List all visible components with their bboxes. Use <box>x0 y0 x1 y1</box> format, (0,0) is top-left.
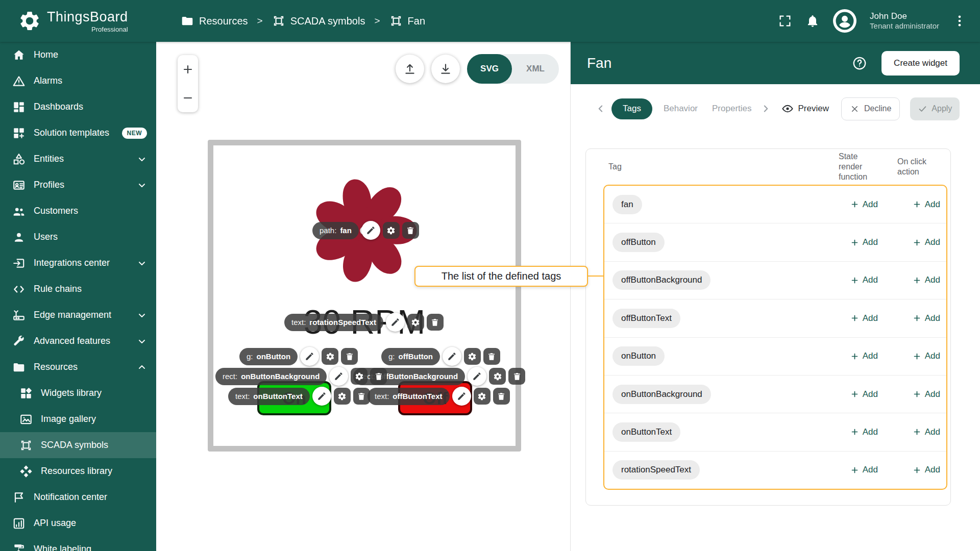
sidebar-item-entities[interactable]: Entities <box>0 146 156 172</box>
edit-tag-button[interactable] <box>361 221 380 240</box>
delete-tag-button[interactable] <box>508 368 525 385</box>
edit-tag-button[interactable] <box>443 347 461 366</box>
add-on-click-action-button[interactable]: Add <box>913 313 940 323</box>
user-info[interactable]: John Doe Tenant administrator <box>870 11 939 31</box>
upload-button[interactable] <box>396 55 424 83</box>
add-state-render-function-button[interactable]: Add <box>850 313 878 323</box>
add-on-click-action-button[interactable]: Add <box>913 237 940 247</box>
pencil-icon <box>366 226 376 235</box>
delete-tag-button[interactable] <box>402 222 419 239</box>
sidebar-item-resources[interactable]: Resources <box>0 354 156 380</box>
breadcrumb-item-scada-symbols[interactable]: SCADA symbols <box>272 14 365 28</box>
chevron-left-icon[interactable] <box>594 102 607 115</box>
add-state-render-function-button[interactable]: Add <box>850 427 878 437</box>
fullscreen-icon[interactable] <box>778 14 792 28</box>
chevron-right-icon[interactable] <box>759 102 772 115</box>
sidebar-item-image-gallery[interactable]: Image gallery <box>0 406 156 432</box>
edit-tag-button[interactable] <box>329 367 348 386</box>
preview-button[interactable]: Preview <box>781 103 829 115</box>
sidebar-item-solution-templates[interactable]: Solution templatesNEW <box>0 120 156 146</box>
svg-toggle-option[interactable]: SVG <box>467 54 512 84</box>
tag-settings-button[interactable] <box>464 348 481 365</box>
tag-settings-button[interactable] <box>489 368 506 385</box>
tab-behavior[interactable]: Behavior <box>656 104 705 114</box>
help-icon[interactable] <box>852 56 867 71</box>
add-on-click-action-button[interactable]: Add <box>913 465 940 475</box>
add-state-render-function-button[interactable]: Add <box>850 199 878 210</box>
create-widget-button[interactable]: Create widget <box>881 51 960 76</box>
download-icon <box>439 62 452 76</box>
kebab-menu-icon[interactable] <box>952 14 967 28</box>
add-state-render-function-button[interactable]: Add <box>850 237 878 247</box>
sidebar-item-customers[interactable]: Customers <box>0 198 156 224</box>
sidebar-item-widgets-library[interactable]: Widgets library <box>0 380 156 406</box>
sidebar-item-integrations-center[interactable]: Integrations center <box>0 250 156 276</box>
sidebar-item-users[interactable]: Users <box>0 224 156 250</box>
trash-icon <box>406 226 415 235</box>
app-logo[interactable]: ThingsBoard Professional <box>0 9 156 33</box>
sidebar-item-api-usage[interactable]: API usage <box>0 510 156 536</box>
profiles-icon <box>12 179 26 192</box>
add-label: Add <box>925 465 940 475</box>
trash-icon <box>374 372 383 381</box>
gear-icon <box>337 392 347 401</box>
download-button[interactable] <box>431 55 460 83</box>
sidebar-item-alarms[interactable]: Alarms <box>0 68 156 94</box>
sidebar-item-advanced-features[interactable]: Advanced features <box>0 328 156 354</box>
sidebar-item-resources-library[interactable]: Resources library <box>0 458 156 484</box>
add-on-click-action-button[interactable]: Add <box>913 275 940 285</box>
add-state-render-function-button[interactable]: Add <box>850 465 878 475</box>
panel-toolbar: Tags Behavior Properties Preview Decline… <box>571 90 980 127</box>
xml-toggle-option[interactable]: XML <box>512 64 559 74</box>
sidebar-item-profiles[interactable]: Profiles <box>0 172 156 198</box>
breadcrumb-item-resources[interactable]: Resources <box>181 14 248 28</box>
breadcrumb-item-fan[interactable]: Fan <box>389 14 425 28</box>
sidebar-item-edge-management[interactable]: Edge management <box>0 302 156 328</box>
add-on-click-action-button[interactable]: Add <box>913 351 940 361</box>
delete-tag-button[interactable] <box>427 314 444 331</box>
tag-settings-button[interactable] <box>334 388 351 405</box>
tab-properties[interactable]: Properties <box>705 104 758 114</box>
top-header: ThingsBoard Professional Resources>SCADA… <box>0 0 980 42</box>
delete-tag-button[interactable] <box>353 388 370 405</box>
tag-settings-button[interactable] <box>383 222 400 239</box>
element-tag-overlay-offbuttontext: text:offButtonText <box>368 387 510 406</box>
delete-tag-button[interactable] <box>493 388 510 405</box>
avatar[interactable] <box>833 9 856 33</box>
add-state-render-function-button[interactable]: Add <box>850 351 878 361</box>
edit-tag-button[interactable] <box>468 367 486 386</box>
notifications-bell-icon[interactable] <box>805 14 820 28</box>
tab-tags[interactable]: Tags <box>611 98 652 119</box>
tag-settings-button[interactable] <box>351 368 368 385</box>
delete-tag-button[interactable] <box>483 348 500 365</box>
add-on-click-action-button[interactable]: Add <box>913 199 940 210</box>
sidebar-item-white-labeling[interactable]: White labeling <box>0 536 156 551</box>
sidebar-item-home[interactable]: Home <box>0 42 156 68</box>
edit-tag-button[interactable] <box>300 347 319 366</box>
add-on-click-action-button[interactable]: Add <box>913 427 940 437</box>
tag-settings-button[interactable] <box>474 388 491 405</box>
delete-tag-button[interactable] <box>370 368 387 385</box>
sidebar-item-scada-symbols[interactable]: SCADA symbols <box>0 432 156 458</box>
sidebar-item-dashboards[interactable]: Dashboards <box>0 94 156 120</box>
sidebar-item-label: Dashboards <box>34 102 83 112</box>
delete-tag-button[interactable] <box>341 348 358 365</box>
brand-edition: Professional <box>47 26 128 33</box>
edit-tag-button[interactable] <box>386 313 405 332</box>
sidebar-item-rule-chains[interactable]: Rule chains <box>0 276 156 302</box>
tag-settings-button[interactable] <box>322 348 338 365</box>
tag-settings-button[interactable] <box>407 314 424 331</box>
tooltip-connector <box>587 276 604 277</box>
sidebar-item-notification-center[interactable]: Notification center <box>0 484 156 510</box>
add-state-render-function-button[interactable]: Add <box>850 275 878 285</box>
decline-button[interactable]: Decline <box>841 97 900 120</box>
breadcrumb-label: Fan <box>408 15 425 27</box>
edit-tag-button[interactable] <box>452 387 471 406</box>
add-state-render-function-button[interactable]: Add <box>850 389 878 399</box>
add-on-click-action-button[interactable]: Add <box>913 389 940 399</box>
zoom-out-icon[interactable] <box>182 92 194 104</box>
zoom-in-icon[interactable] <box>182 63 194 76</box>
edit-tag-button[interactable] <box>312 387 331 406</box>
scada-icon <box>272 14 285 28</box>
apply-button[interactable]: Apply <box>910 97 960 120</box>
